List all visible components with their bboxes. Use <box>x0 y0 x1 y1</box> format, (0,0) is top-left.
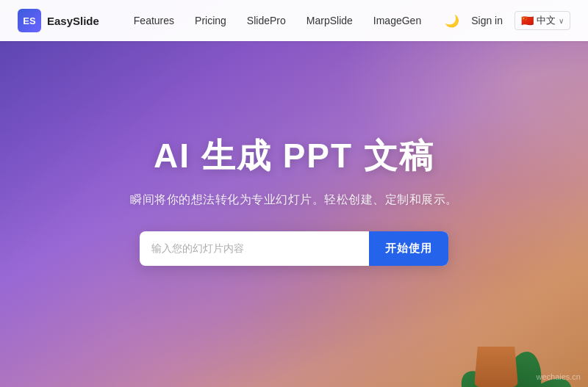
hero-title: AI 生成 PPT 文稿 <box>154 134 434 179</box>
hero-input-row[interactable]: 开始使用 <box>140 231 448 266</box>
nav-link-features[interactable]: Features <box>134 15 174 26</box>
logo[interactable]: ES EasySlide <box>18 9 99 32</box>
logo-text: EasySlide <box>47 15 99 27</box>
chevron-down-icon: ∨ <box>559 17 564 25</box>
dark-mode-toggle[interactable]: 🌙 <box>445 14 459 28</box>
language-selector[interactable]: 🇨🇳 中文 ∨ <box>514 11 570 30</box>
nav-link-imagegen[interactable]: ImageGen <box>373 15 421 26</box>
start-button[interactable]: 开始使用 <box>369 231 448 266</box>
slide-content-input[interactable] <box>140 232 369 264</box>
sign-in-link[interactable]: Sign in <box>471 15 503 26</box>
logo-icon: ES <box>18 9 41 32</box>
nav-link-pricing[interactable]: Pricing <box>195 15 226 26</box>
nav-link-slidepro[interactable]: SlidePro <box>247 15 286 26</box>
nav-right: 🌙 Sign in 🇨🇳 中文 ∨ <box>445 11 570 30</box>
lang-text: 中文 <box>537 14 556 27</box>
nav-link-marpslide[interactable]: MarpSlide <box>306 15 353 26</box>
navbar: ES EasySlide Features Pricing SlidePro M… <box>0 0 588 41</box>
watermark: wechaies.cn <box>536 372 581 381</box>
hero-content: AI 生成 PPT 文稿 瞬间将你的想法转化为专业幻灯片。轻松创建、定制和展示。… <box>0 41 588 387</box>
hero-section: AI 生成 PPT 文稿 瞬间将你的想法转化为专业幻灯片。轻松创建、定制和展示。… <box>0 0 588 387</box>
nav-links: Features Pricing SlidePro MarpSlide Imag… <box>134 15 421 26</box>
hero-subtitle: 瞬间将你的想法转化为专业幻灯片。轻松创建、定制和展示。 <box>130 192 458 208</box>
flag-icon: 🇨🇳 <box>521 15 534 26</box>
